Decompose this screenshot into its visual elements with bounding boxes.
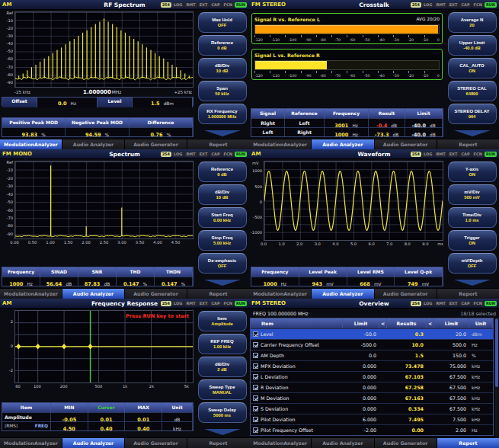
- softkey-button[interactable]: Reference0 dB: [198, 162, 247, 182]
- crosstalk-bar: [255, 25, 438, 34]
- overview-row[interactable]: Level -50.0 0.3 20.0 dBm: [251, 328, 493, 339]
- frequency-response-plot: Press RUN key to start: [14, 310, 194, 383]
- softkey-button[interactable]: dB/Div2 dB: [198, 357, 247, 377]
- checkbox-checked-icon[interactable]: [253, 331, 258, 337]
- y-axis-labels: Ref-10-20-30-40-50-60-70-80-90: [2, 161, 14, 239]
- table-value-cell: 93.83 %: [2, 127, 66, 136]
- softkey-button[interactable]: TriggerON: [448, 230, 497, 251]
- more-softkeys-chevron-icon[interactable]: [204, 280, 241, 286]
- softkey-button[interactable]: Start Freq0.00 kHz: [198, 207, 247, 228]
- table-header-cell: Positive Peak MOD: [2, 118, 66, 127]
- softkey-button[interactable]: STEREO DELAY964: [448, 104, 497, 124]
- tab[interactable]: Report: [437, 438, 499, 448]
- softkey-button[interactable]: De-emphasisOFF: [198, 253, 247, 274]
- softkey-button[interactable]: CAL_AUTOON: [448, 58, 497, 78]
- checkbox-checked-icon[interactable]: [253, 395, 258, 401]
- tab[interactable]: ModulationAnalyzer: [0, 438, 62, 448]
- tab[interactable]: ModulationAnalyzer: [249, 139, 311, 149]
- softkey-button[interactable]: Upper Limit-40.0 dB: [448, 35, 497, 56]
- scrollbar[interactable]: [495, 318, 498, 437]
- status-badge: 254: [411, 152, 421, 157]
- panel-overview: Overview FM STEREO 254LOGRMTEXTCAPFCNRUN…: [249, 299, 499, 448]
- tab[interactable]: Audio Generator: [125, 289, 187, 299]
- softkey-button[interactable]: dB/Div10 dB: [198, 184, 247, 205]
- softkey-button[interactable]: Y-axisON: [448, 162, 497, 182]
- tab[interactable]: ModulationAnalyzer: [249, 289, 311, 299]
- overview-row[interactable]: L Deviation 0.000 67.103 67.500 kHz: [251, 371, 493, 382]
- status-badge: CAP: [459, 301, 471, 306]
- softkey-button[interactable]: dB/Div10 dB: [198, 58, 247, 78]
- softkey-button[interactable]: mV/DepthOFF: [448, 253, 497, 274]
- overview-row[interactable]: Carrier Frequency Offset -500.0 10.0 500…: [251, 339, 493, 350]
- tab[interactable]: ModulationAnalyzer: [0, 289, 62, 299]
- checkbox-checked-icon[interactable]: [253, 427, 258, 433]
- overview-row[interactable]: Pilot Frequency Offset -2.00 0.00 2.00 H…: [251, 424, 493, 435]
- tab[interactable]: Report: [437, 139, 499, 149]
- tab[interactable]: Audio Generator: [125, 438, 187, 448]
- waveform-plot: [264, 161, 443, 241]
- overview-table: Item Limit < Results < Limit Unit Level: [250, 318, 494, 436]
- checkbox-checked-icon[interactable]: [253, 385, 258, 390]
- table-value-cell: 0.147 %: [155, 277, 193, 286]
- table-value-cell: 87.83 dB: [78, 277, 117, 286]
- overview-row[interactable]: M Deviation 0.000 67.163 67.500 kHz: [251, 392, 493, 403]
- overview-row[interactable]: R Deviation 0.000 67.258 67.500 kHz: [251, 382, 493, 392]
- more-softkeys-chevron-icon[interactable]: [204, 429, 241, 435]
- overview-row[interactable]: Pilot Deviation 6.000 7.495 7.500 kHz: [251, 414, 493, 424]
- tab[interactable]: Audio Analyzer: [312, 438, 373, 448]
- tab[interactable]: Audio Generator: [375, 438, 437, 448]
- softkey-button[interactable]: mV/Div500 mV: [448, 184, 497, 205]
- table-header-cell: Frequency: [325, 109, 369, 118]
- status-badge: 254: [161, 2, 171, 8]
- tab[interactable]: ModulationAnalyzer: [249, 438, 311, 448]
- tab[interactable]: Audio Analyzer: [62, 139, 124, 149]
- tab[interactable]: ModulationAnalyzer: [0, 139, 62, 149]
- status-badge: 254: [161, 152, 171, 157]
- softkey-button[interactable]: Reference0 dB: [198, 35, 247, 56]
- softkey-button[interactable]: RX Frequency1.000000 MHz: [198, 104, 247, 124]
- softkey-button[interactable]: Stop Freq5.00 kHz: [198, 230, 247, 251]
- softkey-button[interactable]: Sweep TypeMANUAL: [198, 379, 247, 400]
- tab[interactable]: Audio Analyzer: [312, 139, 373, 149]
- softkey-button[interactable]: Max HoldOFF: [198, 12, 247, 33]
- softkey-button[interactable]: Time/Div1.0 ms: [448, 207, 497, 228]
- tab[interactable]: Audio Analyzer: [312, 289, 373, 299]
- status-badge: RUN: [485, 152, 497, 157]
- scrollbar-thumb[interactable]: [495, 318, 498, 387]
- checkbox-checked-icon[interactable]: [253, 363, 258, 369]
- checkbox-checked-icon[interactable]: [253, 417, 258, 422]
- checkbox-checked-icon[interactable]: [253, 353, 258, 358]
- tab[interactable]: Report: [437, 289, 499, 299]
- softkey-button[interactable]: Span50 kHz: [198, 81, 247, 101]
- softkey-button[interactable]: REF FREQ1.00 kHz: [198, 334, 247, 354]
- softkey-button[interactable]: ItemAmplitude: [198, 311, 247, 331]
- more-softkeys-chevron-icon[interactable]: [204, 130, 241, 136]
- tab-bar: ModulationAnalyzerAudio AnalyzerAudio Ge…: [0, 139, 249, 149]
- overview-row[interactable]: AM Depth 0.0 1.5 150.0 %: [251, 350, 493, 360]
- checkbox-checked-icon[interactable]: [253, 406, 258, 411]
- x-axis-right: +25 kHz: [174, 90, 192, 94]
- softkey-button[interactable]: Average N20: [448, 12, 497, 33]
- tab[interactable]: Audio Generator: [375, 139, 437, 149]
- tab[interactable]: Report: [187, 139, 249, 149]
- tab[interactable]: Audio Analyzer: [62, 289, 124, 299]
- tab[interactable]: Audio Analyzer: [62, 438, 124, 448]
- softkey-button[interactable]: Sweep Delay5000 ms: [198, 402, 247, 423]
- overview-row[interactable]: MPX Deviation 0.000 73.478 75.000 kHz: [251, 360, 493, 371]
- checkbox-checked-icon[interactable]: [253, 374, 258, 379]
- tab[interactable]: Audio Generator: [125, 139, 187, 149]
- overview-row[interactable]: S Deviation 0.000 0.334 67.500 kHz: [251, 403, 493, 414]
- waveform-chart: mV 10005000-500-1000: [251, 161, 443, 241]
- tab[interactable]: Audio Generator: [375, 289, 437, 299]
- checkbox-checked-icon[interactable]: [253, 342, 258, 347]
- status-badges: 254LOGRMTEXTCAPFCNRUN: [411, 152, 497, 157]
- softkey-button[interactable]: STEREO CAL64800: [448, 81, 497, 101]
- tab[interactable]: Report: [187, 289, 249, 299]
- more-softkeys-chevron-icon[interactable]: [454, 130, 491, 136]
- table-value-cell: 749 mV: [395, 277, 443, 286]
- more-softkeys-chevron-icon[interactable]: [454, 280, 491, 286]
- panel-header: Spectrum FM MONO 254LOGRMTEXTCAPFCNRUN: [0, 149, 249, 159]
- tab[interactable]: Report: [187, 438, 249, 448]
- status-badge: RUN: [235, 152, 247, 157]
- x-axis-labels: 601002005001k2k5k: [14, 384, 194, 390]
